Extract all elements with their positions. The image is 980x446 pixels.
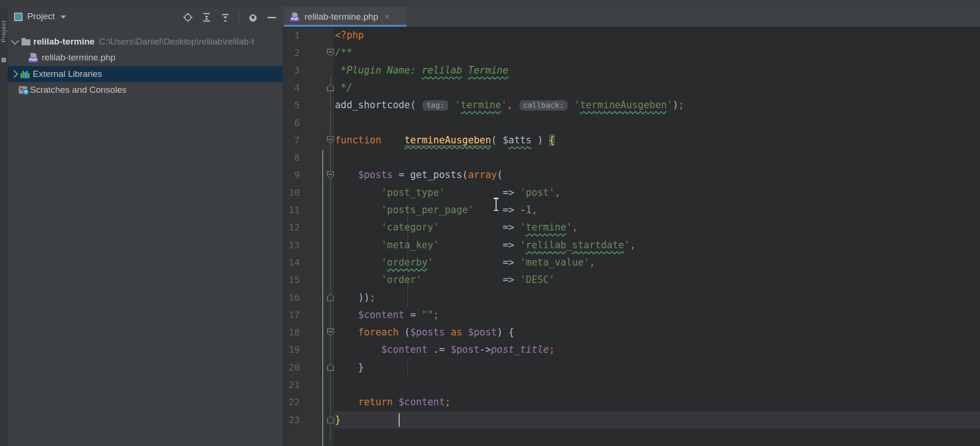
- tool-window-stub-icon[interactable]: [1, 58, 6, 62]
- fold-marker-start[interactable]: [327, 171, 334, 178]
- code-line-20[interactable]: }: [335, 359, 364, 376]
- line-number[interactable]: 4: [282, 79, 300, 97]
- fold-marker-end[interactable]: [327, 364, 334, 371]
- code-line-1[interactable]: <?php: [335, 27, 364, 44]
- line-number[interactable]: 12: [282, 219, 300, 236]
- line-number[interactable]: 18: [282, 324, 300, 341]
- code-line-9[interactable]: $posts = get_posts(array(: [335, 166, 503, 184]
- tree-item-scratches-and-consoles[interactable]: Scratches and Consoles: [7, 82, 294, 98]
- code-line-3[interactable]: *Plugin Name: relilab Termine: [335, 62, 508, 79]
- toolbar-separator: [239, 11, 239, 23]
- tool-window-bar-project-label[interactable]: Project: [0, 20, 7, 42]
- line-number[interactable]: 2: [282, 44, 300, 61]
- line-number[interactable]: 23: [282, 411, 300, 429]
- line-number[interactable]: 21: [282, 376, 300, 394]
- line-number[interactable]: 1: [282, 27, 300, 44]
- project-panel-header: Project: [7, 7, 282, 27]
- fold-marker-start[interactable]: [327, 49, 334, 56]
- code-line-15[interactable]: 'order' => 'DESC': [335, 271, 555, 289]
- project-view-icon: [14, 13, 22, 21]
- code-line-19[interactable]: $content .= $post->post_title;: [335, 341, 555, 358]
- code-line-12[interactable]: 'category' => 'termine',: [335, 219, 578, 236]
- chevron-down-icon[interactable]: [11, 37, 19, 45]
- mouse-ibeam-cursor: [493, 198, 499, 211]
- tree-item-label: relilab-termine.php: [42, 52, 115, 63]
- phpstorm-window: { "tool_strip": {"label": "Project"}, "p…: [0, 0, 980, 446]
- current-line-highlight: [334, 411, 980, 429]
- fold-marker-start[interactable]: [327, 136, 334, 144]
- tab-title: relilab-termine.php: [304, 12, 378, 22]
- line-number[interactable]: 9: [282, 166, 300, 184]
- line-number[interactable]: 17: [282, 306, 300, 324]
- tab-relilab-termine-php[interactable]: PHP relilab-termine.php ×: [284, 7, 407, 27]
- line-number[interactable]: 16: [282, 289, 300, 306]
- php-file-icon: PHP: [29, 53, 39, 62]
- line-number[interactable]: 19: [282, 341, 300, 358]
- tree-item-relilab-termine-php[interactable]: PHPrelilab-termine.php: [7, 50, 304, 66]
- project-panel: Project relilab-termineC:\Users\Daniel\D…: [7, 7, 282, 446]
- line-number[interactable]: 7: [282, 132, 300, 149]
- project-panel-title[interactable]: Project: [27, 11, 55, 22]
- tree-item-label: Scratches and Consoles: [30, 85, 126, 95]
- code-line-13[interactable]: 'meta_key' => 'relilab_startdate',: [335, 237, 636, 254]
- line-number[interactable]: 20: [282, 359, 300, 376]
- fold-connector-line: [330, 75, 331, 439]
- php-file-icon: PHP: [290, 13, 300, 22]
- code-line-23[interactable]: }: [335, 411, 341, 429]
- parameter-hint: callback:: [520, 100, 568, 111]
- line-number[interactable]: 10: [282, 184, 300, 201]
- editor-tab-bar: PHP relilab-termine.php ×: [282, 7, 980, 27]
- editor-gutter[interactable]: 1234567891011121314151617181920212223: [282, 27, 334, 446]
- code-line-11[interactable]: 'posts_per_page' => -1,: [335, 201, 537, 219]
- close-icon[interactable]: ×: [385, 13, 389, 21]
- line-number[interactable]: 11: [282, 201, 300, 219]
- hide-icon[interactable]: [267, 12, 277, 22]
- tree-item-relilab-termine[interactable]: relilab-termineC:\Users\Daniel\Desktop\r…: [7, 34, 284, 50]
- line-number[interactable]: 15: [282, 271, 300, 289]
- tool-window-bar[interactable]: Project: [0, 7, 7, 446]
- line-number[interactable]: 22: [282, 394, 300, 411]
- fold-scope-highlight-line: [322, 150, 323, 446]
- line-number[interactable]: 5: [282, 97, 300, 114]
- code-line-17[interactable]: $content = "";: [335, 306, 439, 324]
- line-number[interactable]: 8: [282, 149, 300, 166]
- chevron-right-icon[interactable]: [10, 70, 18, 78]
- code-line-10[interactable]: 'post_type' => 'post',: [335, 184, 560, 201]
- indent-guide: [408, 361, 408, 378]
- line-number[interactable]: 13: [282, 237, 300, 254]
- code-line-22[interactable]: return $content;: [335, 394, 451, 411]
- editor-region: PHP relilab-termine.php × 12345678910111…: [282, 7, 980, 446]
- fold-marker-end[interactable]: [327, 416, 334, 424]
- folder-icon: [22, 39, 30, 45]
- code-line-14[interactable]: 'orderby' => 'meta_value',: [335, 254, 595, 271]
- code-line-2[interactable]: /**: [335, 44, 352, 61]
- tree-item-path: C:\Users\Daniel\Desktop\relilab\relilab-…: [99, 37, 254, 47]
- code-area[interactable]: <?php/** *Plugin Name: relilab Termine *…: [334, 27, 980, 446]
- chevron-down-icon[interactable]: [60, 15, 66, 19]
- code-line-18[interactable]: foreach ($posts as $post) {: [335, 324, 514, 341]
- libraries-icon: [21, 70, 30, 78]
- line-number[interactable]: 6: [282, 114, 300, 132]
- text-caret: [399, 413, 400, 427]
- tree-item-label: External Libraries: [33, 69, 102, 79]
- code-line-7[interactable]: function termineAusgeben( $atts ) {: [335, 132, 555, 149]
- code-line-4[interactable]: */: [335, 79, 352, 97]
- line-number[interactable]: 14: [282, 254, 300, 271]
- expand-all-icon[interactable]: [201, 12, 212, 22]
- project-panel-toolbar: [183, 10, 277, 24]
- line-number[interactable]: 3: [282, 62, 300, 79]
- code-line-16[interactable]: ));: [335, 289, 375, 306]
- tree-item-external-libraries[interactable]: External Libraries: [7, 66, 284, 82]
- code-line-5[interactable]: add_shortcode( tag: 'termine', callback:…: [335, 97, 684, 114]
- tree-item-label: relilab-termine: [33, 37, 95, 47]
- locate-icon[interactable]: [183, 12, 193, 22]
- fold-marker-end[interactable]: [327, 84, 334, 91]
- collapse-all-icon[interactable]: [220, 12, 230, 22]
- parameter-hint: tag:: [423, 100, 448, 111]
- fold-marker-end[interactable]: [327, 294, 334, 301]
- window-top-strip: [0, 0, 980, 7]
- fold-marker-start[interactable]: [327, 328, 334, 336]
- settings-icon[interactable]: [248, 12, 258, 22]
- scratches-icon: [19, 86, 27, 94]
